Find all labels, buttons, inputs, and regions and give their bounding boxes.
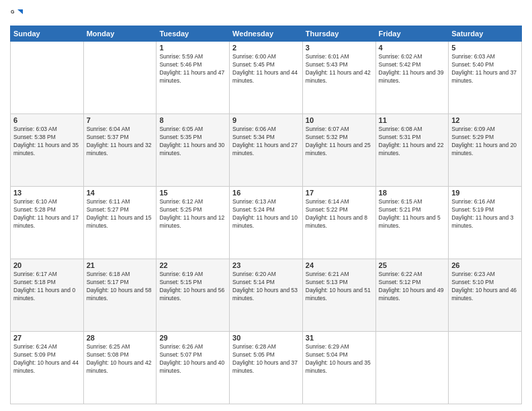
calendar-day-cell: 30Sunrise: 6:28 AM Sunset: 5:05 PM Dayli… [230, 332, 303, 404]
day-number: 14 [87, 189, 154, 197]
day-info: Sunrise: 6:22 AM Sunset: 5:12 PM Dayligh… [379, 271, 446, 303]
svg-marker-1 [17, 9, 23, 14]
day-number: 4 [379, 44, 446, 52]
calendar-container: G SundayMondayTuesdayWednesdayThursdayFr… [0, 0, 532, 411]
calendar-day-cell: 11Sunrise: 6:08 AM Sunset: 5:31 PM Dayli… [375, 114, 449, 187]
day-info: Sunrise: 6:10 AM Sunset: 5:28 PM Dayligh… [13, 198, 81, 230]
calendar-week-row: 20Sunrise: 6:17 AM Sunset: 5:18 PM Dayli… [11, 259, 522, 332]
day-info: Sunrise: 6:05 AM Sunset: 5:35 PM Dayligh… [159, 126, 226, 158]
day-info: Sunrise: 6:08 AM Sunset: 5:31 PM Dayligh… [379, 126, 446, 158]
day-info: Sunrise: 6:29 AM Sunset: 5:04 PM Dayligh… [306, 343, 373, 375]
calendar-day-cell: 28Sunrise: 6:25 AM Sunset: 5:08 PM Dayli… [83, 332, 157, 404]
day-number: 9 [232, 116, 300, 124]
calendar-day-cell: 1Sunrise: 5:59 AM Sunset: 5:46 PM Daylig… [157, 42, 230, 114]
day-number: 25 [379, 261, 446, 269]
day-info: Sunrise: 6:21 AM Sunset: 5:13 PM Dayligh… [306, 271, 373, 303]
weekday-header-cell: Wednesday [230, 26, 303, 42]
calendar-day-cell: 25Sunrise: 6:22 AM Sunset: 5:12 PM Dayli… [375, 259, 449, 332]
header: G [10, 7, 522, 20]
day-number: 17 [306, 189, 373, 197]
calendar-day-cell: 9Sunrise: 6:06 AM Sunset: 5:34 PM Daylig… [230, 114, 303, 187]
day-number: 23 [232, 261, 300, 269]
day-number: 19 [451, 189, 519, 197]
day-number: 15 [159, 189, 226, 197]
weekday-header-cell: Sunday [11, 26, 84, 42]
day-number: 18 [379, 189, 446, 197]
calendar-day-cell: 5Sunrise: 6:03 AM Sunset: 5:40 PM Daylig… [449, 42, 522, 114]
calendar-day-cell: 23Sunrise: 6:20 AM Sunset: 5:14 PM Dayli… [230, 259, 303, 332]
day-info: Sunrise: 6:18 AM Sunset: 5:17 PM Dayligh… [87, 271, 154, 303]
calendar-day-cell: 31Sunrise: 6:29 AM Sunset: 5:04 PM Dayli… [302, 332, 375, 404]
calendar-table: SundayMondayTuesdayWednesdayThursdayFrid… [10, 26, 522, 404]
calendar-day-cell: 4Sunrise: 6:02 AM Sunset: 5:42 PM Daylig… [375, 42, 449, 114]
day-info: Sunrise: 6:03 AM Sunset: 5:40 PM Dayligh… [451, 53, 519, 85]
day-number: 6 [13, 116, 81, 124]
calendar-day-cell: 22Sunrise: 6:19 AM Sunset: 5:15 PM Dayli… [157, 259, 230, 332]
calendar-day-cell: 19Sunrise: 6:16 AM Sunset: 5:19 PM Dayli… [449, 187, 522, 259]
day-number: 10 [306, 116, 373, 124]
weekday-header-cell: Monday [83, 26, 157, 42]
day-number: 12 [451, 116, 519, 124]
day-info: Sunrise: 6:06 AM Sunset: 5:34 PM Dayligh… [232, 126, 300, 158]
calendar-week-row: 27Sunrise: 6:24 AM Sunset: 5:09 PM Dayli… [11, 332, 522, 404]
day-info: Sunrise: 6:26 AM Sunset: 5:07 PM Dayligh… [159, 343, 226, 375]
day-info: Sunrise: 6:00 AM Sunset: 5:45 PM Dayligh… [232, 53, 300, 85]
calendar-day-cell: 8Sunrise: 6:05 AM Sunset: 5:35 PM Daylig… [157, 114, 230, 187]
day-number: 30 [232, 334, 300, 342]
calendar-week-row: 1Sunrise: 5:59 AM Sunset: 5:46 PM Daylig… [11, 42, 522, 114]
day-number: 29 [159, 334, 226, 342]
day-info: Sunrise: 6:23 AM Sunset: 5:10 PM Dayligh… [451, 271, 519, 303]
calendar-day-cell: 26Sunrise: 6:23 AM Sunset: 5:10 PM Dayli… [449, 259, 522, 332]
day-number: 1 [159, 44, 226, 52]
calendar-week-row: 13Sunrise: 6:10 AM Sunset: 5:28 PM Dayli… [11, 187, 522, 259]
calendar-week-row: 6Sunrise: 6:03 AM Sunset: 5:38 PM Daylig… [11, 114, 522, 187]
weekday-header-cell: Thursday [302, 26, 375, 42]
day-number: 28 [87, 334, 154, 342]
day-info: Sunrise: 6:03 AM Sunset: 5:38 PM Dayligh… [13, 126, 81, 158]
day-info: Sunrise: 6:14 AM Sunset: 5:22 PM Dayligh… [306, 198, 373, 230]
day-info: Sunrise: 6:11 AM Sunset: 5:27 PM Dayligh… [87, 198, 154, 230]
day-info: Sunrise: 6:25 AM Sunset: 5:08 PM Dayligh… [87, 343, 154, 375]
logo: G [10, 7, 26, 20]
day-number: 3 [306, 44, 373, 52]
calendar-day-cell: 16Sunrise: 6:13 AM Sunset: 5:24 PM Dayli… [230, 187, 303, 259]
day-number: 7 [87, 116, 154, 124]
calendar-day-cell: 29Sunrise: 6:26 AM Sunset: 5:07 PM Dayli… [157, 332, 230, 404]
day-info: Sunrise: 6:24 AM Sunset: 5:09 PM Dayligh… [13, 343, 81, 375]
day-number: 8 [159, 116, 226, 124]
day-info: Sunrise: 6:20 AM Sunset: 5:14 PM Dayligh… [232, 271, 300, 303]
day-info: Sunrise: 6:16 AM Sunset: 5:19 PM Dayligh… [451, 198, 519, 230]
calendar-day-cell: 3Sunrise: 6:01 AM Sunset: 5:43 PM Daylig… [302, 42, 375, 114]
calendar-body: 1Sunrise: 5:59 AM Sunset: 5:46 PM Daylig… [11, 42, 522, 404]
day-number: 20 [13, 261, 81, 269]
day-number: 26 [451, 261, 519, 269]
calendar-day-cell [11, 42, 84, 114]
day-info: Sunrise: 6:07 AM Sunset: 5:32 PM Dayligh… [306, 126, 373, 158]
day-number: 11 [379, 116, 446, 124]
day-number: 5 [451, 44, 519, 52]
day-number: 21 [87, 261, 154, 269]
calendar-day-cell: 17Sunrise: 6:14 AM Sunset: 5:22 PM Dayli… [302, 187, 375, 259]
calendar-day-cell: 21Sunrise: 6:18 AM Sunset: 5:17 PM Dayli… [83, 259, 157, 332]
day-info: Sunrise: 6:15 AM Sunset: 5:21 PM Dayligh… [379, 198, 446, 230]
weekday-header-cell: Tuesday [157, 26, 230, 42]
calendar-day-cell: 2Sunrise: 6:00 AM Sunset: 5:45 PM Daylig… [230, 42, 303, 114]
day-number: 27 [13, 334, 81, 342]
calendar-day-cell: 6Sunrise: 6:03 AM Sunset: 5:38 PM Daylig… [11, 114, 84, 187]
calendar-day-cell: 24Sunrise: 6:21 AM Sunset: 5:13 PM Dayli… [302, 259, 375, 332]
day-info: Sunrise: 6:02 AM Sunset: 5:42 PM Dayligh… [379, 53, 446, 85]
calendar-day-cell: 18Sunrise: 6:15 AM Sunset: 5:21 PM Dayli… [375, 187, 449, 259]
calendar-day-cell: 27Sunrise: 6:24 AM Sunset: 5:09 PM Dayli… [11, 332, 84, 404]
day-info: Sunrise: 6:19 AM Sunset: 5:15 PM Dayligh… [159, 271, 226, 303]
svg-text:G: G [11, 9, 15, 14]
calendar-day-cell: 13Sunrise: 6:10 AM Sunset: 5:28 PM Dayli… [11, 187, 84, 259]
weekday-header-cell: Saturday [449, 26, 522, 42]
calendar-day-cell: 20Sunrise: 6:17 AM Sunset: 5:18 PM Dayli… [11, 259, 84, 332]
calendar-day-cell [83, 42, 157, 114]
day-info: Sunrise: 5:59 AM Sunset: 5:46 PM Dayligh… [159, 53, 226, 85]
calendar-day-cell: 7Sunrise: 6:04 AM Sunset: 5:37 PM Daylig… [83, 114, 157, 187]
calendar-day-cell: 14Sunrise: 6:11 AM Sunset: 5:27 PM Dayli… [83, 187, 157, 259]
day-info: Sunrise: 6:13 AM Sunset: 5:24 PM Dayligh… [232, 198, 300, 230]
day-info: Sunrise: 6:28 AM Sunset: 5:05 PM Dayligh… [232, 343, 300, 375]
day-number: 24 [306, 261, 373, 269]
